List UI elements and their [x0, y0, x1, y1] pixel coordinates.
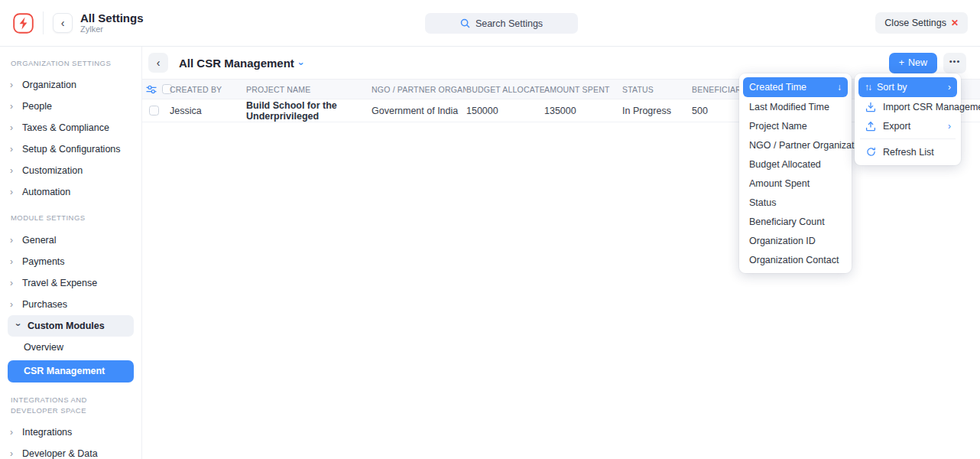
column-header-budget-allocated[interactable]: BUDGET ALLOCATED: [466, 85, 544, 94]
search-settings-input[interactable]: Search Settings: [425, 13, 578, 34]
list-toolbar: ‹ All CSR Management › + New •••: [142, 47, 980, 79]
refresh-icon: [865, 147, 877, 157]
sort-option-label: Last Modified Time: [749, 102, 829, 112]
sort-option-ngo-partner-organization[interactable]: NGO / Partner Organization: [743, 135, 848, 155]
cell-ngo: Government of India: [372, 106, 466, 116]
view-title-label: All CSR Management: [179, 57, 294, 70]
sort-option-label: Organization Contact: [749, 255, 839, 265]
chevron-down-icon: ›: [13, 323, 24, 328]
sidebar-item-label: Overview: [24, 342, 63, 353]
sort-option-organization-contact[interactable]: Organization Contact: [743, 250, 848, 269]
sidebar-item-label: Automation: [22, 187, 70, 197]
section-title-module-settings: MODULE SETTINGS: [0, 203, 128, 229]
sidebar-item-label: CSR Management: [24, 366, 105, 376]
menu-item-label: Sort by: [877, 82, 907, 93]
sidebar-item-developer-data[interactable]: › Developer & Data: [0, 443, 141, 459]
close-settings-label: Close Settings: [884, 18, 946, 28]
search-placeholder: Search Settings: [475, 18, 543, 29]
menu-item-label: Export: [883, 121, 942, 132]
chevron-down-icon: ›: [296, 62, 307, 65]
zylker-logo-icon: [12, 12, 34, 34]
sidebar-item-setup-configurations[interactable]: › Setup & Configurations: [0, 138, 141, 160]
sort-option-label: Amount Spent: [749, 178, 810, 189]
sidebar-item-general[interactable]: › General: [0, 230, 141, 251]
menu-item-export[interactable]: Export ›: [858, 116, 957, 135]
view-selector[interactable]: All CSR Management ›: [179, 57, 303, 70]
chevron-right-icon: ›: [10, 235, 15, 246]
import-icon: [865, 102, 877, 112]
search-icon: [460, 18, 470, 28]
sidebar-item-overview[interactable]: Overview: [0, 337, 141, 358]
sort-option-organization-id[interactable]: Organization ID: [743, 231, 848, 250]
chevron-right-icon: ›: [10, 427, 15, 438]
sidebar-item-label: General: [22, 235, 56, 246]
sort-option-label: Created Time: [749, 82, 806, 93]
sort-option-label: Budget Allocated: [749, 159, 821, 170]
sidebar-item-custom-modules[interactable]: › Custom Modules: [8, 315, 134, 337]
sidebar-item-integrations[interactable]: › Integrations: [0, 422, 141, 443]
sidebar-item-label: Developer & Data: [22, 448, 98, 459]
new-record-button[interactable]: + New: [889, 53, 937, 73]
divider: [43, 11, 44, 34]
list-back-button[interactable]: ‹: [148, 53, 168, 73]
more-options-button[interactable]: •••: [943, 53, 966, 73]
sort-option-budget-allocated[interactable]: Budget Allocated: [743, 155, 848, 174]
sort-option-label: Status: [749, 197, 776, 208]
sidebar-item-purchases[interactable]: › Purchases: [0, 294, 141, 315]
chevron-right-icon: ›: [10, 122, 15, 133]
submenu-chevron-icon: ›: [948, 121, 951, 132]
sort-arrows-icon: ↑↓: [865, 82, 871, 93]
column-header-ngo[interactable]: NGO / PARTNER ORGANIZATION: [372, 85, 466, 94]
column-header-created-by[interactable]: CREATED BY: [170, 85, 246, 94]
menu-item-sort-by[interactable]: ↑↓ Sort by ›: [858, 77, 957, 97]
new-button-label: New: [908, 57, 927, 68]
row-checkbox[interactable]: [149, 106, 159, 116]
cell-project-name[interactable]: Build School for the Underprivileged: [246, 100, 372, 122]
sidebar-item-customization[interactable]: › Customization: [0, 160, 141, 181]
sort-option-amount-spent[interactable]: Amount Spent: [743, 174, 848, 193]
sort-option-beneficiary-count[interactable]: Beneficiary Count: [743, 212, 848, 231]
close-settings-button[interactable]: Close Settings ✕: [875, 12, 968, 34]
sort-option-label: Organization ID: [749, 236, 816, 246]
sidebar-item-label: Integrations: [22, 427, 72, 438]
sidebar-item-label: Setup & Configurations: [22, 144, 121, 155]
settings-back-button[interactable]: ‹: [53, 13, 73, 33]
chevron-right-icon: ›: [10, 80, 15, 90]
sidebar-item-automation[interactable]: › Automation: [0, 181, 141, 203]
export-icon: [865, 121, 877, 132]
sort-direction-down-icon: ↓: [837, 82, 842, 93]
menu-item-import-csr-management[interactable]: Import CSR Management: [858, 97, 957, 116]
list-options-menu: ↑↓ Sort by › Import CSR Management Expor…: [855, 73, 961, 165]
sidebar-item-label: Payments: [22, 256, 65, 267]
sidebar-item-taxes-compliance[interactable]: › Taxes & Compliance: [0, 117, 141, 138]
column-header-project-name[interactable]: PROJECT NAME: [246, 85, 372, 94]
sidebar-item-travel-expense[interactable]: › Travel & Expense: [0, 272, 141, 294]
sort-option-status[interactable]: Status: [743, 193, 848, 212]
sidebar-item-organization[interactable]: › Organization: [0, 74, 141, 96]
chevron-right-icon: ›: [10, 256, 15, 267]
column-header-amount-spent[interactable]: AMOUNT SPENT: [544, 85, 622, 94]
sort-option-label: NGO / Partner Organization: [749, 140, 867, 151]
sidebar-item-payments[interactable]: › Payments: [0, 251, 141, 272]
column-header-status[interactable]: STATUS: [622, 85, 692, 94]
sidebar-item-people[interactable]: › People: [0, 96, 141, 117]
sort-option-project-name[interactable]: Project Name: [743, 116, 848, 135]
sidebar-item-label: Custom Modules: [28, 321, 105, 331]
menu-item-label: Import CSR Management: [883, 102, 980, 112]
settings-title-block: All Settings Zylker: [80, 11, 144, 34]
sort-option-label: Beneficiary Count: [749, 216, 825, 227]
chevron-right-icon: ›: [10, 448, 15, 459]
chevron-right-icon: ›: [10, 278, 15, 288]
sidebar-item-label: Taxes & Compliance: [22, 122, 109, 133]
sidebar-item-csr-management[interactable]: CSR Management: [8, 360, 134, 382]
sort-option-last-modified-time[interactable]: Last Modified Time: [743, 97, 848, 116]
sidebar-item-label: People: [22, 101, 52, 112]
menu-item-refresh-list[interactable]: Refresh List: [858, 142, 957, 161]
sort-field-menu: Created Time ↓ Last Modified Time Projec…: [739, 73, 852, 273]
sort-option-label: Project Name: [749, 121, 807, 132]
org-name: Zylker: [80, 24, 144, 34]
back-chevron-icon: ‹: [157, 57, 161, 69]
settings-sidebar: ORGANIZATION SETTINGS › Organization › P…: [0, 47, 142, 459]
sort-option-created-time[interactable]: Created Time ↓: [743, 77, 848, 97]
column-customize-icon[interactable]: [146, 85, 157, 94]
